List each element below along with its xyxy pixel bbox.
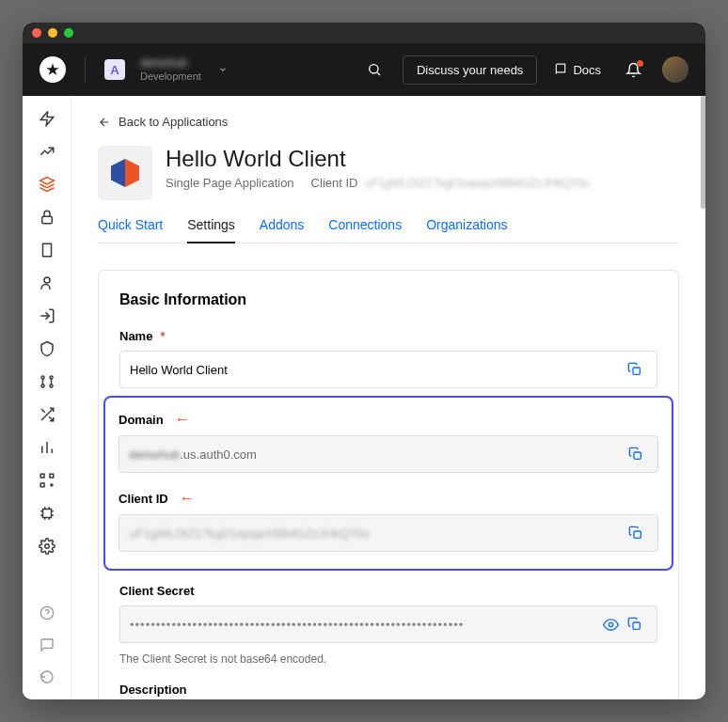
copy-clientid-button[interactable] — [624, 521, 648, 545]
scrollbar[interactable] — [701, 96, 705, 209]
user-avatar[interactable] — [662, 56, 688, 83]
sidebar-item-monitoring[interactable] — [38, 438, 56, 457]
sidebar-item-marketplace[interactable] — [38, 471, 56, 490]
application-title: Hello World Client — [166, 146, 590, 172]
tab-addons[interactable]: Addons — [260, 217, 304, 243]
sidebar-item-applications[interactable] — [38, 175, 56, 194]
back-link-label: Back to Applications — [119, 115, 228, 129]
domain-suffix: .us.auth0.com — [180, 447, 257, 462]
sidebar-history-icon[interactable] — [38, 667, 56, 686]
arrow-annotation-icon: ← — [175, 411, 190, 428]
discuss-needs-button[interactable]: Discuss your needs — [403, 55, 537, 85]
svg-rect-28 — [42, 510, 51, 518]
sidebar-help-icon[interactable] — [38, 604, 56, 622]
sidebar-item-activity[interactable] — [38, 109, 56, 128]
mac-titlebar — [23, 23, 705, 43]
svg-line-19 — [41, 409, 45, 413]
sidebar-item-trends[interactable] — [38, 142, 56, 161]
tenant-name: demohub — [140, 56, 201, 70]
svg-rect-42 — [634, 452, 641, 459]
tenant-switcher[interactable]: demohub Development — [140, 56, 201, 83]
svg-rect-25 — [40, 483, 44, 487]
highlighted-credentials: Domain ← demohub.us.auth0.com Client — [103, 396, 673, 571]
application-tabs: Quick Start Settings Addons Connections … — [98, 217, 679, 243]
app-logo-hexagon — [111, 159, 139, 187]
tab-quick-start[interactable]: Quick Start — [98, 217, 163, 243]
eye-icon — [603, 617, 619, 633]
name-input-wrapper — [119, 351, 657, 388]
maximize-window-button[interactable] — [64, 28, 73, 38]
svg-point-44 — [609, 622, 612, 626]
docs-link[interactable]: Docs — [554, 63, 601, 77]
svg-rect-41 — [633, 368, 640, 374]
sidebar-item-settings[interactable] — [38, 537, 56, 556]
name-input[interactable] — [130, 363, 623, 377]
docs-label: Docs — [573, 63, 601, 77]
svg-point-37 — [44, 544, 49, 549]
svg-rect-24 — [50, 474, 54, 478]
tab-settings[interactable]: Settings — [187, 217, 235, 243]
arrow-annotation-icon: ← — [180, 490, 195, 507]
svg-point-0 — [370, 65, 378, 73]
sidebar-item-authentication[interactable] — [38, 208, 56, 227]
notifications-button[interactable] — [625, 62, 641, 78]
main-content: Back to Applications Hello World Client … — [71, 96, 705, 699]
client-secret-field: ••••••••••••••••••••••••••••••••••••••••… — [119, 605, 657, 643]
clientid-value: uF1gWLDtZ17kgD1epqaXBB4GZzJHkQ70u — [129, 526, 624, 541]
tenant-environment: Development — [140, 71, 201, 83]
svg-rect-45 — [633, 622, 640, 629]
svg-point-13 — [41, 385, 44, 387]
domain-field: demohub.us.auth0.com — [119, 435, 658, 473]
search-icon[interactable] — [367, 62, 382, 77]
required-indicator: * — [160, 329, 165, 343]
svg-point-14 — [50, 385, 53, 387]
arrow-left-icon — [98, 116, 111, 129]
client-secret-label: Client Secret — [119, 584, 194, 598]
svg-rect-43 — [634, 531, 641, 538]
clientid-label: Client ID — [119, 492, 168, 506]
sidebar-item-organizations[interactable] — [38, 241, 56, 259]
tab-connections[interactable]: Connections — [328, 217, 402, 243]
domain-prefix-blurred: demohub — [129, 447, 180, 462]
svg-line-1 — [377, 72, 380, 75]
client-secret-help: The Client Secret is not base64 encoded. — [119, 652, 657, 666]
basic-information-heading: Basic Information — [119, 291, 657, 308]
chevron-down-icon — [218, 65, 228, 74]
copy-name-button[interactable] — [623, 357, 647, 382]
tenant-badge: A — [104, 59, 125, 80]
svg-point-12 — [50, 376, 53, 379]
close-window-button[interactable] — [32, 28, 41, 38]
name-label: Name — [119, 329, 152, 343]
minimize-window-button[interactable] — [48, 28, 57, 38]
description-label: Description — [119, 683, 187, 697]
copy-icon — [627, 362, 642, 377]
copy-domain-button[interactable] — [624, 442, 648, 466]
sidebar-item-shuffle[interactable] — [38, 405, 56, 424]
svg-marker-2 — [40, 178, 54, 185]
book-icon — [554, 63, 567, 76]
svg-point-11 — [41, 376, 44, 379]
back-to-applications-link[interactable]: Back to Applications — [98, 115, 679, 129]
svg-rect-3 — [41, 216, 52, 224]
client-id-label: Client ID — [311, 176, 358, 190]
top-navigation: A demohub Development Discuss your needs… — [23, 43, 705, 96]
sidebar — [23, 96, 71, 699]
copy-icon — [627, 617, 642, 632]
copy-icon — [628, 526, 643, 541]
sidebar-feedback-icon[interactable] — [38, 636, 56, 654]
sidebar-item-users[interactable] — [38, 274, 56, 292]
sidebar-item-login[interactable] — [38, 306, 56, 325]
copy-secret-button[interactable] — [623, 612, 647, 636]
application-icon — [98, 146, 152, 200]
sidebar-item-actions[interactable] — [38, 372, 56, 391]
sidebar-item-extensions[interactable] — [38, 504, 56, 523]
reveal-secret-button[interactable] — [598, 612, 623, 636]
notification-indicator — [637, 60, 643, 67]
application-type: Single Page Application — [166, 176, 294, 190]
clientid-field: uF1gWLDtZ17kgD1epqaXBB4GZzJHkQ70u — [119, 514, 658, 552]
brand-logo[interactable] — [40, 56, 66, 83]
tab-organizations[interactable]: Organizations — [426, 217, 507, 243]
basic-information-card: Basic Information Name * — [98, 270, 679, 699]
sidebar-item-security[interactable] — [38, 339, 56, 358]
copy-icon — [628, 447, 643, 462]
